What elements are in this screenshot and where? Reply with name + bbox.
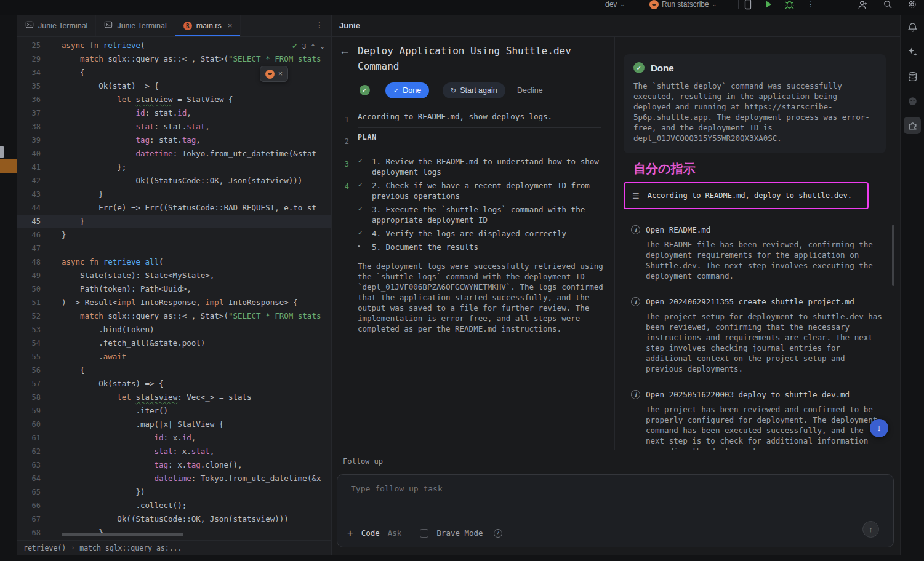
code-line[interactable]: 52 match sqlx::query_as::<_, Stat>("SELE… bbox=[17, 309, 331, 323]
stripe-marker-orange[interactable] bbox=[0, 159, 17, 173]
line-number[interactable]: 50 bbox=[17, 282, 41, 296]
code-line[interactable]: 61 id: x.id, bbox=[17, 431, 331, 445]
code-line[interactable]: 46} bbox=[17, 228, 331, 242]
send-button[interactable]: ↑ bbox=[862, 521, 879, 538]
action-title[interactable]: Open 20240629211355_create_shuttle_proje… bbox=[646, 297, 854, 306]
line-number[interactable]: 58 bbox=[17, 391, 41, 404]
line-number[interactable]: 46 bbox=[17, 228, 41, 242]
code-line[interactable]: 44 Err(e) => Err((StatusCode::BAD_REQUES… bbox=[17, 201, 331, 215]
debug-button[interactable] bbox=[785, 0, 794, 11]
line-number[interactable]: 63 bbox=[17, 458, 41, 472]
decline-button[interactable]: Decline bbox=[513, 86, 547, 95]
line-number[interactable]: 37 bbox=[17, 106, 41, 120]
line-number[interactable]: 39 bbox=[17, 133, 41, 147]
close-icon[interactable]: × bbox=[228, 21, 233, 30]
mode-code-toggle[interactable]: Code bbox=[361, 528, 380, 538]
run-button[interactable] bbox=[764, 0, 773, 11]
line-number[interactable]: 49 bbox=[17, 269, 41, 282]
code-line[interactable]: 55 .await bbox=[17, 350, 331, 364]
code-line[interactable]: 67 Ok((StatusCode::OK, Json(statsview))) bbox=[17, 512, 331, 526]
code-line[interactable]: 47 bbox=[17, 242, 331, 255]
scroll-to-bottom-button[interactable]: ↓ bbox=[870, 419, 888, 437]
line-number[interactable]: 47 bbox=[17, 242, 41, 255]
line-number[interactable]: 61 bbox=[17, 431, 41, 445]
code-line[interactable]: 37 id: stat.id, bbox=[17, 106, 331, 120]
action-title[interactable]: Open 20250516220003_deploy_to_shuttle_de… bbox=[646, 390, 850, 399]
line-number[interactable]: 59 bbox=[17, 404, 41, 418]
code-line[interactable]: 48async fn retrieve_all( bbox=[17, 255, 331, 269]
line-number[interactable]: 65 bbox=[17, 485, 41, 499]
done-button[interactable]: ✓ Done bbox=[385, 82, 429, 98]
code-line[interactable]: 57 Ok(stats) => { bbox=[17, 377, 331, 391]
line-number[interactable]: 43 bbox=[17, 188, 41, 201]
horizontal-scrollbar[interactable] bbox=[62, 533, 183, 536]
editor-tab-main-rs[interactable]: Rmain.rs× bbox=[175, 15, 241, 36]
line-number[interactable]: 51 bbox=[17, 296, 41, 309]
line-number[interactable]: 29 bbox=[17, 52, 41, 66]
line-number[interactable]: 52 bbox=[17, 309, 41, 323]
ai-assistant-icon[interactable] bbox=[904, 43, 921, 60]
code-line[interactable]: 38 stat: stat.stat, bbox=[17, 120, 331, 133]
line-number[interactable]: 41 bbox=[17, 161, 41, 174]
plugins-icon[interactable] bbox=[904, 117, 921, 134]
code-line[interactable]: 56 { bbox=[17, 364, 331, 377]
line-number[interactable]: 38 bbox=[17, 120, 41, 133]
code-line[interactable]: 53 .bind(token) bbox=[17, 323, 331, 336]
line-number[interactable]: 45 bbox=[17, 215, 41, 228]
code-line[interactable]: 66 .collect(); bbox=[17, 499, 331, 512]
line-number[interactable]: 57 bbox=[17, 377, 41, 391]
database-icon[interactable] bbox=[904, 68, 921, 85]
code-line[interactable]: 41 }; bbox=[17, 161, 331, 174]
line-number[interactable]: 64 bbox=[17, 472, 41, 485]
line-number[interactable]: 67 bbox=[17, 512, 41, 526]
code-line[interactable]: 58 let statsview: Vec<_> = stats bbox=[17, 391, 331, 404]
code-line[interactable]: 40 datetime: Tokyo.from_utc_datetime(&st… bbox=[17, 147, 331, 161]
editor-tab-junie-terminal[interactable]: Junie Terminal bbox=[96, 15, 175, 36]
line-number[interactable]: 66 bbox=[17, 499, 41, 512]
line-number[interactable]: 40 bbox=[17, 147, 41, 161]
code-line[interactable]: 63 tag: x.tag.clone(), bbox=[17, 458, 331, 472]
junie-icon[interactable] bbox=[904, 92, 921, 109]
settings-gear-icon[interactable] bbox=[907, 0, 917, 11]
breadcrumb-item-function[interactable]: retrieve() bbox=[23, 544, 66, 552]
drag-handle-icon[interactable]: ☰ bbox=[632, 191, 640, 201]
code-editor[interactable]: 25async fn retrieve(29 match sqlx::query… bbox=[17, 37, 331, 540]
line-number[interactable]: 60 bbox=[17, 418, 41, 431]
line-number[interactable]: 54 bbox=[17, 336, 41, 350]
brave-mode-checkbox[interactable] bbox=[420, 529, 428, 538]
line-number[interactable]: 42 bbox=[17, 174, 41, 188]
mode-ask-toggle[interactable]: Ask bbox=[388, 528, 402, 538]
code-line[interactable]: 59 .iter() bbox=[17, 404, 331, 418]
line-number[interactable]: 25 bbox=[17, 39, 41, 52]
action-title[interactable]: Open README.md bbox=[646, 225, 710, 234]
code-line[interactable]: 39 tag: stat.tag, bbox=[17, 133, 331, 147]
line-number[interactable]: 55 bbox=[17, 350, 41, 364]
editor-tab-junie-terminal[interactable]: Junie Terminal bbox=[17, 15, 96, 36]
code-line[interactable]: 36 let statview = StatView { bbox=[17, 93, 331, 106]
search-icon[interactable] bbox=[883, 0, 893, 11]
code-line[interactable]: 51) -> Result<impl IntoResponse, impl In… bbox=[17, 296, 331, 309]
close-icon[interactable]: × bbox=[278, 70, 283, 78]
help-icon[interactable]: ? bbox=[494, 529, 502, 538]
line-number[interactable]: 35 bbox=[17, 79, 41, 93]
add-context-icon[interactable]: + bbox=[347, 527, 353, 539]
code-line[interactable]: 65 }) bbox=[17, 485, 331, 499]
breadcrumb-item-statement[interactable]: match sqlx::query_as:... bbox=[79, 544, 182, 552]
device-icon[interactable] bbox=[744, 0, 752, 11]
code-line[interactable]: 25async fn retrieve( bbox=[17, 39, 331, 52]
code-line[interactable]: 64 datetime: Tokyo.from_utc_datetime(&x bbox=[17, 472, 331, 485]
run-config-selector[interactable]: dev ⌄ bbox=[605, 0, 625, 11]
follow-up-input[interactable] bbox=[350, 483, 867, 494]
code-line[interactable]: 62 stat: x.stat, bbox=[17, 445, 331, 458]
code-line[interactable]: 43 } bbox=[17, 188, 331, 201]
start-again-button[interactable]: ↻ Start again bbox=[443, 82, 505, 98]
more-actions-icon[interactable]: ⋮ bbox=[807, 0, 814, 11]
back-arrow-icon[interactable]: ← bbox=[339, 44, 350, 57]
notifications-icon[interactable] bbox=[904, 18, 921, 36]
line-number[interactable]: 62 bbox=[17, 445, 41, 458]
vertical-scrollbar[interactable] bbox=[892, 225, 894, 286]
prev-problem-icon[interactable]: ⌃ bbox=[310, 43, 315, 50]
code-line[interactable]: 60 .map(|x| StatView { bbox=[17, 418, 331, 431]
run-task-selector[interactable]: Run statscribe ⌄ bbox=[649, 0, 717, 11]
tab-options-icon[interactable]: ⋮ bbox=[315, 20, 324, 30]
